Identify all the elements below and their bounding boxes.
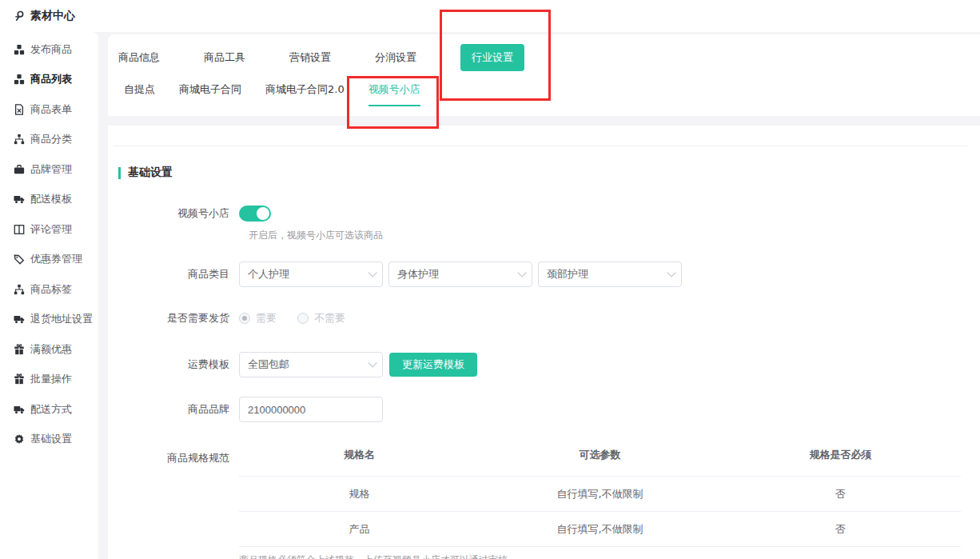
channels-shop-label: 视频号小店 (108, 206, 239, 221)
tab-pickup-point[interactable]: 自提点 (124, 82, 155, 105)
spec-cell: 产品 (239, 522, 480, 537)
spec-header-params: 可选参数 (480, 448, 720, 462)
category-label: 商品类目 (108, 267, 239, 281)
channels-shop-toggle[interactable] (239, 206, 271, 222)
truck-icon (14, 313, 25, 325)
freight-template-select[interactable]: 全国包邮 (239, 352, 383, 377)
sidebar-item-product-form[interactable]: 商品表单 (0, 94, 98, 125)
sidebar-item-delivery-method[interactable]: 配送方式 (0, 394, 98, 425)
tab-mall-econtract-2[interactable]: 商城电子合同2.0 (265, 82, 345, 105)
toggle-knob (257, 207, 269, 220)
sidebar-item-label: 商品列表 (30, 72, 72, 86)
sidebar-item-label: 评论管理 (30, 222, 72, 237)
tab-industry-settings[interactable]: 行业设置 (460, 44, 524, 71)
app-title: 素材中心 (30, 9, 75, 23)
tab-profit-settings[interactable]: 分润设置 (375, 50, 416, 65)
sitemap-icon (14, 134, 25, 145)
sidebar-item-label: 退货地址设置 (30, 312, 93, 326)
truck-icon (14, 194, 25, 205)
sidebar-item-label: 配送模板 (30, 192, 72, 206)
spec-cell: 自行填写,不做限制 (480, 522, 720, 537)
radio-shipping-required-yes[interactable]: 需要 (239, 311, 277, 325)
sidebar-item-product-category[interactable]: 商品分类 (0, 125, 98, 155)
radio-shipping-required-no[interactable]: 不需要 (297, 311, 345, 325)
sidebar-item-batch-operations[interactable]: 批量操作 (0, 365, 98, 395)
columns-icon (14, 224, 25, 235)
sidebar-item-label: 发布商品 (30, 42, 72, 57)
sidebar-item-label: 商品分类 (30, 132, 72, 146)
chevron-down-icon (517, 268, 526, 277)
table-row: 产品 自行填写,不做限制 否 (239, 512, 961, 547)
sidebar-item-brand-management[interactable]: 品牌管理 (0, 154, 98, 185)
secondary-tabs: 自提点 商城电子合同 商城电子合同2.0 视频号小店 (108, 70, 980, 106)
spec-cell: 规格 (239, 487, 480, 501)
shipping-required-label: 是否需要发货 (108, 311, 239, 325)
radio-icon (239, 313, 250, 324)
spec-note: 商品规格必须符合上述规范，上传至视频号小店才可以通过审核 (239, 553, 961, 559)
file-excel-icon (14, 104, 25, 115)
sidebar-item-basic-settings[interactable]: 基础设置 (0, 425, 98, 455)
brand-label: 商品品牌 (108, 402, 239, 417)
tab-wechat-channels-shop[interactable]: 视频号小店 (368, 82, 420, 106)
brand-input[interactable] (239, 397, 383, 422)
sidebar-item-review-management[interactable]: 评论管理 (0, 214, 98, 245)
spec-cell: 否 (720, 487, 961, 501)
update-freight-template-button[interactable]: 更新运费模板 (389, 353, 477, 377)
spec-header-required: 规格是否必须 (720, 448, 961, 462)
sidebar-item-product-list[interactable]: 商品列表 (0, 65, 98, 95)
topbar: 素材中心 (0, 0, 980, 32)
chevron-down-icon (368, 268, 376, 277)
tab-marketing-settings[interactable]: 营销设置 (289, 50, 331, 65)
sidebar-item-delivery-template[interactable]: 配送模板 (0, 185, 98, 215)
cubes-icon (14, 74, 25, 85)
sidebar-item-publish-product[interactable]: 发布商品 (0, 34, 98, 65)
tab-product-info[interactable]: 商品信息 (118, 50, 160, 65)
section-accent-bar (118, 167, 121, 179)
chevron-down-icon (368, 358, 376, 367)
channels-shop-row: 视频号小店 (108, 206, 980, 222)
category-select-level2-value: 身体护理 (397, 267, 439, 281)
spec-header-name: 规格名 (239, 448, 480, 462)
category-row: 商品类目 个人护理 身体护理 颈部护理 (108, 262, 980, 287)
radio-icon (297, 313, 309, 324)
category-select-level3[interactable]: 颈部护理 (538, 262, 682, 287)
sidebar: 发布商品 商品列表 商品表单 商品分类 品牌管理 配送模板 评论管理 优惠券管理… (0, 32, 98, 559)
radio-label: 需要 (256, 311, 277, 325)
cubes-icon (14, 44, 25, 55)
chevron-down-icon (667, 268, 675, 277)
sidebar-item-label: 商品表单 (30, 102, 72, 117)
sidebar-item-label: 品牌管理 (30, 162, 72, 177)
divider (114, 146, 967, 146)
spec-row: 商品规格规范 规格名 可选参数 规格是否必须 规格 自行填写,不做限制 否 产品… (108, 448, 980, 559)
sidebar-item-return-address[interactable]: 退货地址设置 (0, 305, 98, 335)
spec-table: 规格名 可选参数 规格是否必须 规格 自行填写,不做限制 否 产品 自行填写,不… (239, 448, 961, 547)
freight-template-row: 运费模板 全国包邮 更新运费模板 (108, 352, 980, 377)
sidebar-item-product-tags[interactable]: 商品标签 (0, 274, 98, 305)
truck-icon (14, 404, 25, 415)
tabs-panel: 商品信息 商品工具 营销设置 分润设置 行业设置 自提点 商城电子合同 商城电子… (108, 34, 980, 116)
sidebar-item-label: 批量操作 (30, 372, 72, 386)
section-title-text: 基础设置 (128, 166, 173, 180)
sidebar-item-label: 商品标签 (30, 282, 72, 297)
spec-table-header: 规格名 可选参数 规格是否必须 (239, 448, 961, 477)
sidebar-item-coupon-management[interactable]: 优惠券管理 (0, 245, 98, 275)
sidebar-item-full-discount[interactable]: 满额优惠 (0, 334, 98, 365)
tab-mall-econtract[interactable]: 商城电子合同 (179, 82, 241, 105)
tab-product-tools[interactable]: 商品工具 (204, 50, 245, 65)
gift-icon (14, 373, 25, 385)
radio-label: 不需要 (314, 311, 345, 325)
sidebar-item-label: 配送方式 (30, 402, 72, 417)
category-select-level3-value: 颈部护理 (547, 267, 588, 281)
gift-icon (14, 344, 25, 355)
section-title: 基础设置 (118, 166, 980, 180)
category-select-level1[interactable]: 个人护理 (239, 262, 383, 287)
settings-panel: 基础设置 视频号小店 开启后，视频号小店可选该商品 商品类目 个人护理 身体护理… (108, 126, 980, 559)
primary-tabs: 商品信息 商品工具 营销设置 分润设置 行业设置 (108, 34, 980, 70)
brand-row: 商品品牌 (108, 397, 980, 422)
sidebar-item-label: 满额优惠 (30, 342, 72, 357)
sidebar-item-label: 优惠券管理 (30, 252, 82, 266)
spec-label: 商品规格规范 (108, 448, 239, 465)
category-select-level1-value: 个人护理 (248, 267, 289, 281)
category-select-level2[interactable]: 身体护理 (388, 262, 532, 287)
sidebar-item-label: 基础设置 (30, 432, 72, 446)
